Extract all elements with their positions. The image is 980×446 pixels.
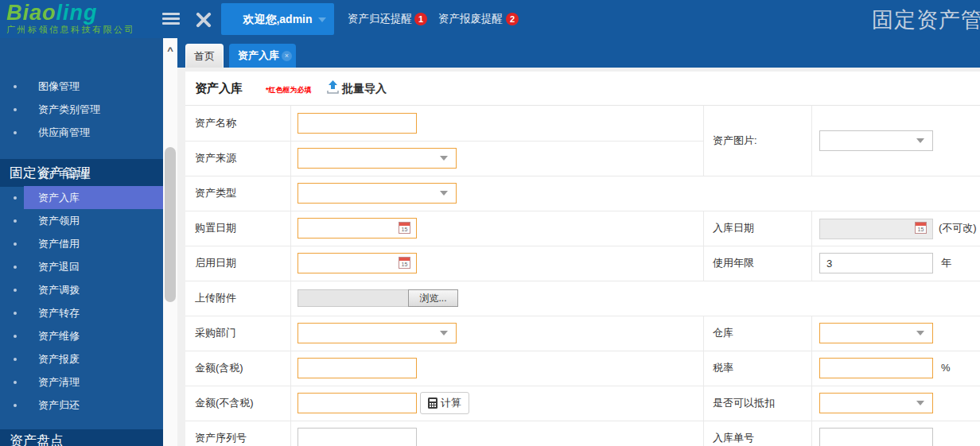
sidebar-item-label: 资产退回 bbox=[38, 261, 80, 273]
sidebar-item-label: 资产清理 bbox=[38, 376, 80, 388]
useful-life-input[interactable] bbox=[819, 253, 933, 273]
close-icon[interactable] bbox=[195, 11, 212, 29]
asset-name-input[interactable] bbox=[298, 113, 417, 134]
row-divider bbox=[185, 386, 980, 386]
amount-without-tax-input[interactable] bbox=[298, 393, 417, 413]
attachment-label: 上传附件 bbox=[195, 281, 236, 316]
column-divider bbox=[703, 106, 704, 176]
asset-source-select[interactable] bbox=[298, 148, 457, 169]
sidebar-item-asset-requisition[interactable]: 资产领用 bbox=[0, 209, 163, 232]
sidebar-item-image-mgmt[interactable]: 图像管理 bbox=[0, 75, 163, 98]
purchase-date-label: 购置日期 bbox=[195, 211, 236, 246]
purchase-dept-select[interactable] bbox=[298, 323, 457, 343]
tax-rate-label: 税率 bbox=[713, 351, 733, 386]
panel-title: 资产入库 bbox=[195, 81, 243, 96]
scroll-up-icon[interactable]: ^ bbox=[163, 43, 177, 57]
column-divider bbox=[811, 211, 812, 281]
receipt-no-input[interactable] bbox=[819, 428, 933, 446]
asset-type-select[interactable] bbox=[298, 183, 457, 204]
app-title: 固定资产管理 bbox=[872, 6, 980, 33]
chevron-down-icon bbox=[440, 331, 448, 335]
calendar-icon-top bbox=[399, 258, 410, 261]
useful-life-suffix: 年 bbox=[941, 246, 951, 281]
sidebar-item-asset-scrap[interactable]: 资产报废 bbox=[0, 347, 163, 370]
column-divider bbox=[703, 316, 704, 446]
calendar-icon-day: 15 bbox=[399, 227, 410, 233]
sidebar-item-asset-request[interactable]: 资产申请单 bbox=[0, 163, 163, 186]
sidebar-item-label: 资产入库 bbox=[38, 192, 80, 204]
calendar-icon[interactable]: 15 bbox=[399, 222, 410, 234]
brand-name: Biaoling bbox=[6, 2, 161, 24]
attachment-file-input[interactable] bbox=[298, 289, 409, 307]
asset-scrap-reminder-link[interactable]: 资产报废提醒 bbox=[438, 0, 503, 38]
asset-return-reminder-link[interactable]: 资产归还提醒 bbox=[348, 0, 412, 38]
sidebar-item-supplier-mgmt[interactable]: 供应商管理 bbox=[0, 121, 163, 144]
upload-icon bbox=[326, 80, 340, 95]
bullet-icon bbox=[14, 289, 17, 292]
row-divider bbox=[185, 246, 980, 246]
serial-no-label: 资产序列号 bbox=[195, 421, 247, 446]
tax-rate-input[interactable] bbox=[819, 358, 933, 378]
asset-inbound-form-panel: 资产入库 *红色框为必填 批量导入 bbox=[185, 72, 980, 446]
deductible-select[interactable] bbox=[819, 393, 933, 413]
row-divider bbox=[185, 421, 980, 421]
sidebar-scrollbar[interactable]: ^ bbox=[163, 38, 177, 446]
sidebar-item-asset-return[interactable]: 资产退回 bbox=[0, 255, 163, 278]
enable-date-label: 启用日期 bbox=[195, 246, 236, 281]
user-menu-button[interactable]: 欢迎您,admin bbox=[221, 3, 334, 35]
column-divider bbox=[290, 106, 291, 446]
deductible-label: 是否可以抵扣 bbox=[713, 386, 775, 421]
row-divider bbox=[185, 176, 980, 176]
amount-with-tax-input[interactable] bbox=[298, 358, 417, 378]
asset-source-label: 资产来源 bbox=[195, 141, 236, 176]
calendar-icon: 15 bbox=[915, 222, 927, 234]
row-divider bbox=[185, 351, 980, 351]
bullet-icon bbox=[14, 85, 17, 88]
sidebar-item-asset-category-mgmt[interactable]: 资产类别管理 bbox=[0, 98, 163, 121]
tab-close-icon[interactable]: × bbox=[282, 51, 292, 61]
tab-bar: 首页 资产入库 × bbox=[177, 38, 980, 68]
sidebar-item-asset-store[interactable]: 资产转存 bbox=[0, 301, 163, 324]
sidebar-item-asset-repair[interactable]: 资产维修 bbox=[0, 324, 163, 347]
batch-import-button[interactable]: 批量导入 bbox=[326, 80, 340, 99]
calendar-icon-top bbox=[399, 223, 410, 226]
sidebar-item-asset-borrow[interactable]: 资产借用 bbox=[0, 232, 163, 255]
column-divider bbox=[703, 211, 704, 281]
chevron-down-icon bbox=[440, 156, 448, 161]
bullet-icon bbox=[14, 358, 17, 361]
useful-life-label: 使用年限 bbox=[713, 246, 754, 281]
asset-name-label: 资产名称 bbox=[195, 106, 236, 141]
column-divider bbox=[811, 316, 812, 446]
tab-asset-inbound[interactable]: 资产入库 × bbox=[229, 44, 296, 68]
warehouse-label: 仓库 bbox=[713, 316, 733, 351]
amount-without-tax-label: 金额(不含税) bbox=[195, 386, 254, 421]
sidebar-item-asset-giveback[interactable]: 资产归还 bbox=[0, 394, 163, 417]
asset-image-select[interactable] bbox=[819, 130, 933, 151]
bullet-icon bbox=[14, 335, 17, 338]
sidebar-item-asset-transfer[interactable]: 资产调拨 bbox=[0, 278, 163, 301]
sidebar-item-asset-cleanup[interactable]: 资产清理 bbox=[0, 370, 163, 394]
serial-no-input[interactable] bbox=[298, 428, 417, 446]
amount-with-tax-label: 金额(含税) bbox=[195, 351, 243, 386]
asset-scrap-reminder-badge[interactable]: 2 bbox=[506, 13, 519, 25]
sidebar-item-label: 资产领用 bbox=[38, 215, 80, 227]
sidebar-item-asset-inbound[interactable]: 资产入库 bbox=[0, 186, 163, 209]
sidebar-section-asset-inventory[interactable]: 资产盘点 bbox=[0, 429, 163, 446]
calendar-icon-top bbox=[916, 223, 926, 226]
calculate-button[interactable]: 计算 bbox=[420, 392, 469, 414]
brand-name-part2: ling bbox=[56, 1, 98, 25]
row-divider bbox=[185, 211, 980, 211]
sidebar-item-label: 资产调拨 bbox=[38, 284, 80, 296]
sidebar-item-label: 图像管理 bbox=[38, 80, 80, 92]
calendar-icon[interactable]: 15 bbox=[399, 257, 410, 269]
sidebar-item-label: 资产维修 bbox=[38, 330, 80, 342]
sidebar: 图像管理 资产类别管理 供应商管理 固定资产管理 资产申请单 资产入库 资产领用… bbox=[0, 38, 163, 446]
warehouse-select[interactable] bbox=[819, 323, 933, 343]
scrollbar-thumb[interactable] bbox=[165, 147, 176, 302]
sidebar-item-label: 资产借用 bbox=[38, 238, 80, 250]
asset-return-reminder-badge[interactable]: 1 bbox=[414, 13, 427, 25]
purchase-dept-label: 采购部门 bbox=[195, 316, 236, 351]
menu-toggle-icon[interactable] bbox=[162, 13, 180, 25]
tab-home[interactable]: 首页 bbox=[185, 44, 224, 68]
browse-button[interactable]: 浏览... bbox=[408, 289, 458, 307]
